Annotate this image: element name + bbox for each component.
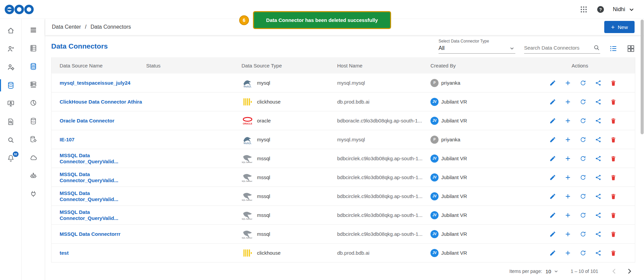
document-search-icon[interactable] [0, 113, 22, 131]
actions-cell [539, 80, 635, 86]
items-per-page-select[interactable]: 10 [546, 268, 559, 274]
add-icon[interactable] [565, 174, 571, 181]
notifications-icon[interactable]: 32 [0, 149, 22, 167]
share-icon[interactable] [595, 155, 602, 162]
refresh-icon[interactable] [580, 99, 586, 105]
data-center-icon[interactable] [22, 39, 45, 57]
user-menu[interactable]: Nidhi [613, 5, 636, 14]
edit-icon[interactable] [549, 212, 556, 219]
api-icon[interactable] [22, 167, 45, 185]
delete-icon[interactable] [610, 250, 617, 256]
new-button[interactable]: + New [604, 21, 635, 33]
delete-icon[interactable] [610, 80, 617, 86]
next-page-icon[interactable] [625, 267, 634, 276]
refresh-icon[interactable] [580, 193, 586, 200]
table-row: MSSQL Data Connector_QueryValid... SQL S… [52, 168, 635, 187]
sandbox-icon[interactable] [22, 185, 45, 203]
delete-icon[interactable] [610, 174, 617, 181]
refresh-icon[interactable] [580, 231, 586, 237]
refresh-icon[interactable] [580, 80, 586, 86]
data-source-name-link[interactable]: Oracle Data Connector [60, 118, 115, 123]
delete-icon[interactable] [610, 136, 617, 143]
grid-view-icon[interactable] [626, 44, 635, 53]
add-icon[interactable] [565, 155, 571, 162]
add-icon[interactable] [565, 193, 571, 200]
help-icon[interactable]: ? [596, 5, 605, 14]
created-by-cell: JV Jubilant VR [430, 155, 539, 163]
share-icon[interactable] [595, 193, 602, 200]
share-icon[interactable] [595, 212, 602, 219]
data-connectors-icon[interactable] [22, 57, 45, 76]
edit-icon[interactable] [549, 193, 556, 200]
list-view-icon[interactable] [609, 44, 618, 53]
refresh-icon[interactable] [580, 212, 586, 219]
share-icon[interactable] [595, 250, 602, 256]
header-status: Status [146, 63, 242, 68]
add-icon[interactable] [565, 99, 571, 105]
edit-icon[interactable] [549, 136, 556, 143]
refresh-icon[interactable] [580, 117, 586, 124]
edit-icon[interactable] [549, 99, 556, 105]
delete-icon[interactable] [610, 193, 617, 200]
scrollbar-thumb[interactable] [641, 20, 644, 134]
search-icon[interactable] [593, 44, 600, 51]
edit-icon[interactable] [549, 174, 556, 181]
edit-icon[interactable] [549, 231, 556, 237]
breadcrumb-data-connectors[interactable]: Data Connectors [91, 24, 131, 30]
data-source-name-link[interactable]: MSSQL Data Connector_QueryValid... [60, 152, 118, 164]
user-settings-icon[interactable] [0, 58, 22, 76]
refresh-icon[interactable] [580, 174, 586, 181]
refresh-icon[interactable] [580, 250, 586, 256]
apps-grid-icon[interactable] [579, 5, 588, 14]
edit-icon[interactable] [549, 250, 556, 256]
delete-icon[interactable] [610, 117, 617, 124]
add-icon[interactable] [565, 212, 571, 219]
bdb-logo[interactable] [5, 4, 34, 15]
add-icon[interactable] [565, 117, 571, 124]
user-add-icon[interactable] [0, 40, 22, 58]
data-source-name-link[interactable]: MSSQL Data Connector_QueryValid... [60, 171, 118, 183]
share-icon[interactable] [595, 99, 602, 105]
edit-icon[interactable] [549, 80, 556, 86]
sql-icon[interactable]: SQL [22, 112, 45, 130]
refresh-icon[interactable] [580, 155, 586, 162]
created-by-cell: P priyanka [430, 136, 539, 144]
share-icon[interactable] [595, 231, 602, 237]
add-icon[interactable] [565, 80, 571, 86]
share-icon[interactable] [595, 136, 602, 143]
edit-icon[interactable] [549, 117, 556, 124]
breadcrumb-data-center[interactable]: Data Center [52, 24, 81, 30]
data-source-name-link[interactable]: MSSQL Data Connector_QueryValid... [60, 190, 118, 202]
cloud-icon[interactable] [22, 148, 45, 167]
data-source-name-link[interactable]: MSSQL Data Connectorrr [60, 231, 121, 237]
search-icon[interactable] [0, 131, 22, 149]
delete-icon[interactable] [610, 99, 617, 105]
share-icon[interactable] [595, 80, 602, 86]
menu-icon[interactable] [22, 21, 45, 39]
search-input[interactable] [524, 45, 591, 51]
vertical-scrollbar[interactable] [641, 20, 644, 279]
data-prep-icon[interactable] [22, 130, 45, 148]
data-source-name-link[interactable]: ClickHouse Data Connector Athira [60, 99, 142, 105]
delete-icon[interactable] [610, 212, 617, 219]
add-icon[interactable] [565, 136, 571, 143]
data-stores-icon[interactable] [22, 76, 45, 94]
database-icon[interactable] [0, 76, 22, 94]
home-icon[interactable] [0, 22, 22, 40]
share-icon[interactable] [595, 174, 602, 181]
datasets-icon[interactable] [22, 94, 45, 112]
data-source-name-link[interactable]: test [60, 250, 69, 256]
data-source-name-link[interactable]: MSSQL Data Connector_QueryValid... [60, 209, 118, 221]
refresh-icon[interactable] [580, 136, 586, 143]
edit-icon[interactable] [549, 155, 556, 162]
add-icon[interactable] [565, 231, 571, 237]
delete-icon[interactable] [610, 155, 617, 162]
share-icon[interactable] [595, 117, 602, 124]
add-icon[interactable] [565, 250, 571, 256]
data-source-name-link[interactable]: mysql_testspaceissue_july24 [60, 80, 130, 86]
delete-icon[interactable] [610, 231, 617, 237]
connector-type-select[interactable]: Select Data Connector Type All [439, 39, 515, 54]
workstation-icon[interactable] [0, 94, 22, 113]
previous-page-icon[interactable] [610, 267, 618, 276]
data-source-name-link[interactable]: IE-107 [60, 137, 74, 142]
